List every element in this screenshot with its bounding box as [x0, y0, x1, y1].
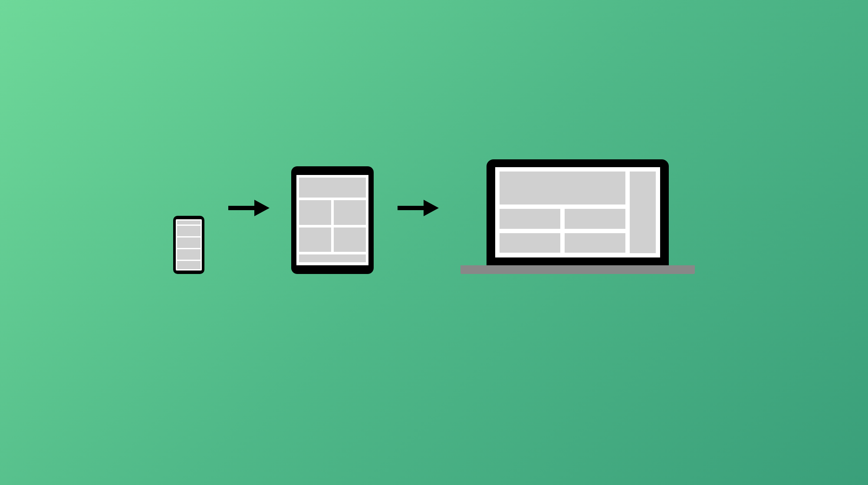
content-block: [177, 226, 201, 236]
laptop-main-column: [500, 172, 625, 253]
content-block: [299, 200, 331, 224]
content-block: [334, 228, 366, 252]
content-block: [299, 228, 331, 252]
laptop-base: [460, 265, 695, 274]
content-block: [500, 172, 625, 205]
arrow-right-icon: [226, 197, 270, 219]
svg-marker-1: [254, 200, 270, 216]
content-row: [500, 233, 625, 253]
content-block: [299, 254, 366, 263]
laptop-screen: [495, 167, 660, 257]
content-block: [177, 238, 201, 248]
content-block: [299, 178, 366, 198]
content-row: [500, 209, 625, 229]
content-block: [334, 200, 366, 224]
content-sidebar: [630, 172, 656, 253]
laptop-body: [487, 159, 669, 265]
responsive-diagram: [173, 159, 695, 274]
content-row: [299, 228, 366, 252]
tablet-device-icon: [291, 166, 374, 274]
tablet-screen: [296, 175, 368, 265]
phone-screen: [176, 219, 202, 271]
phone-device-icon: [173, 216, 204, 274]
svg-marker-3: [424, 200, 439, 216]
content-block: [177, 261, 201, 269]
content-block: [565, 233, 625, 253]
content-block: [500, 209, 560, 229]
content-block: [177, 221, 201, 224]
arrow-right-icon: [395, 197, 439, 219]
laptop-device-icon: [460, 159, 695, 274]
content-block: [565, 209, 625, 229]
content-block: [177, 249, 201, 260]
content-block: [500, 233, 560, 253]
content-row: [299, 200, 366, 224]
